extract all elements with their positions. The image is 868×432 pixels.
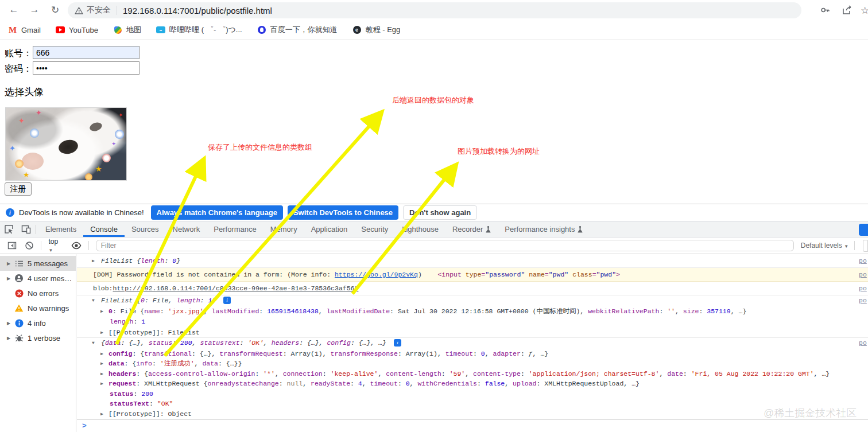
console-line-text: {data: {…}, status: 200, statusText: 'OK…	[101, 339, 390, 347]
chevron-right-icon[interactable]: ▶	[7, 336, 14, 341]
tab-memory[interactable]: Memory	[264, 221, 304, 237]
tabbar-divider	[36, 225, 36, 234]
error-icon	[14, 289, 24, 298]
source-link[interactable]: po	[859, 295, 867, 306]
device-toolbar-icon[interactable]	[17, 222, 34, 237]
reload-button[interactable]: ↻	[48, 4, 62, 16]
experiment-flask-icon	[486, 226, 491, 233]
egg-tutorial-icon: e	[352, 25, 362, 34]
youtube-icon	[56, 25, 65, 34]
sidebar-item-user-messages[interactable]: ▶ 4 user messages	[0, 271, 76, 286]
tab-performance[interactable]: Performance	[207, 221, 263, 237]
console-line-text: FileList {0: File, length: 1}	[101, 297, 220, 304]
clear-console-icon[interactable]	[21, 238, 38, 253]
sidebar-item-all-messages[interactable]: ▶ 5 messages	[0, 256, 76, 271]
chevron-right-icon[interactable]: ▶	[7, 321, 14, 326]
source-link[interactable]: po	[859, 268, 867, 282]
dont-show-again-button[interactable]: Don't show again	[403, 205, 477, 220]
inspect-element-icon[interactable]	[0, 222, 17, 237]
console-line-text: length: 1	[110, 318, 145, 325]
experiment-flask-icon	[578, 226, 583, 233]
user-icon	[14, 274, 24, 283]
console-line-text: [[Prototype]]: Object	[108, 410, 192, 418]
console-line: ▶data: {info: '注册成功', data: {…}}	[77, 359, 868, 369]
devtools-tab-bar: Elements Console Sources Network Perform…	[0, 221, 868, 238]
console-line-text: request: XMLHttpRequest {onreadystatecha…	[108, 380, 640, 387]
switch-devtools-chinese-button[interactable]: Switch DevTools to Chinese	[288, 205, 398, 220]
tab-security[interactable]: Security	[354, 221, 395, 237]
account-input[interactable]	[33, 46, 140, 59]
info-icon	[14, 318, 24, 328]
info-icon: i	[394, 339, 401, 347]
annotation-blob-url: 图片预加载转换为的网址	[458, 146, 540, 157]
bookmark-star-icon[interactable]: ☆	[861, 5, 868, 17]
source-link[interactable]: po	[859, 282, 867, 295]
console-line-text: status: 200	[110, 390, 153, 398]
disclosure-triangle-icon[interactable]: ▶	[100, 379, 103, 389]
toolbar-divider	[88, 241, 89, 250]
disclosure-triangle-icon[interactable]: ▶	[92, 254, 95, 268]
security-label: 不安全	[87, 5, 111, 15]
dog-ear	[22, 153, 44, 170]
console-sidebar-toggle-icon[interactable]	[3, 238, 21, 253]
bookmark-gmail[interactable]: M Gmail	[8, 25, 41, 34]
disclosure-triangle-icon[interactable]: ▶	[100, 306, 103, 317]
sticker-star: ★	[95, 165, 102, 173]
source-link[interactable]: po	[859, 254, 867, 268]
sticker-badge	[30, 129, 39, 138]
source-link[interactable]: po	[859, 338, 867, 349]
back-button[interactable]: ←	[7, 4, 21, 15]
tab-recorder[interactable]: Recorder	[445, 221, 498, 237]
share-icon[interactable]	[842, 5, 852, 15]
bookmark-baidu[interactable]: 百度一下，你就知道	[257, 25, 338, 35]
execution-context-selector[interactable]: top ▼	[48, 238, 64, 254]
console-line-text: [DOM] Password field is not contained in…	[93, 271, 620, 278]
sticker-star: ★	[23, 171, 30, 178]
register-button[interactable]: 注册	[5, 182, 32, 196]
tab-performance-insights[interactable]: Performance insights	[498, 221, 590, 237]
disclosure-triangle-icon[interactable]: ▶	[100, 409, 103, 419]
tab-lighthouse[interactable]: Lighthouse	[395, 221, 445, 237]
console-prompt[interactable]: >	[77, 419, 868, 432]
log-levels-dropdown[interactable]: Default levels ▼	[801, 242, 848, 250]
password-key-icon[interactable]	[820, 5, 831, 15]
tab-console[interactable]: Console	[83, 221, 125, 237]
disclosure-triangle-icon[interactable]: ▶	[100, 359, 103, 369]
console-line-text: statusText: "OK"	[110, 400, 173, 407]
bookmark-egg[interactable]: e 教程 - Egg	[352, 25, 401, 35]
verbose-bug-icon	[14, 333, 24, 343]
clipped-blue-button[interactable]	[859, 224, 868, 236]
console-filter-input[interactable]	[96, 240, 794, 251]
tab-network[interactable]: Network	[166, 221, 207, 237]
console-sidebar: ▶ 5 messages ▶ 4 user messages No errors	[0, 254, 76, 432]
bookmark-maps[interactable]: 地图	[113, 25, 141, 35]
disclosure-triangle-icon[interactable]: ▼	[92, 295, 95, 306]
chevron-right-icon[interactable]: ▶	[7, 276, 14, 281]
bookmark-youtube[interactable]: YouTube	[56, 25, 98, 34]
chevron-right-icon[interactable]: ▶	[7, 261, 14, 266]
console-line: ▶request: XMLHttpRequest {onreadystatech…	[77, 379, 868, 389]
password-input[interactable]	[33, 61, 140, 75]
disclosure-triangle-icon[interactable]: ▶	[100, 369, 103, 379]
forward-button[interactable]: →	[28, 4, 41, 15]
sidebar-item-verbose[interactable]: ▶ 1 verbose	[0, 330, 76, 345]
disclosure-triangle-icon[interactable]: ▼	[92, 338, 95, 349]
sidebar-item-errors[interactable]: No errors	[0, 286, 76, 301]
sidebar-item-warnings[interactable]: No warnings	[0, 301, 76, 316]
bilibili-icon: ᴗ	[156, 25, 165, 34]
always-match-language-button[interactable]: Always match Chrome's language	[151, 205, 283, 220]
sidebar-item-info[interactable]: ▶ 4 info	[0, 316, 76, 330]
eye-live-expression-icon[interactable]	[68, 238, 85, 253]
clipped-toolbar-button[interactable]	[863, 240, 868, 252]
warning-icon	[14, 303, 24, 313]
disclosure-triangle-icon[interactable]: ▶	[100, 349, 103, 359]
address-bar[interactable]: 不安全 192.168.0.114:7001/public/postfile.h…	[68, 2, 801, 18]
security-chip[interactable]: 不安全	[75, 5, 111, 15]
tab-application[interactable]: Application	[304, 221, 355, 237]
tab-sources[interactable]: Sources	[125, 221, 166, 237]
bookmark-bilibili[interactable]: ᴗ 哔哩哔哩 ( ゜- ゜)つ...	[156, 25, 242, 35]
console-line: ▶[[Prototype]]: Object	[77, 409, 868, 419]
tab-elements[interactable]: Elements	[38, 221, 83, 237]
console-line: ▶[[Prototype]]: FileList	[77, 328, 868, 338]
disclosure-triangle-icon[interactable]: ▶	[100, 328, 103, 338]
